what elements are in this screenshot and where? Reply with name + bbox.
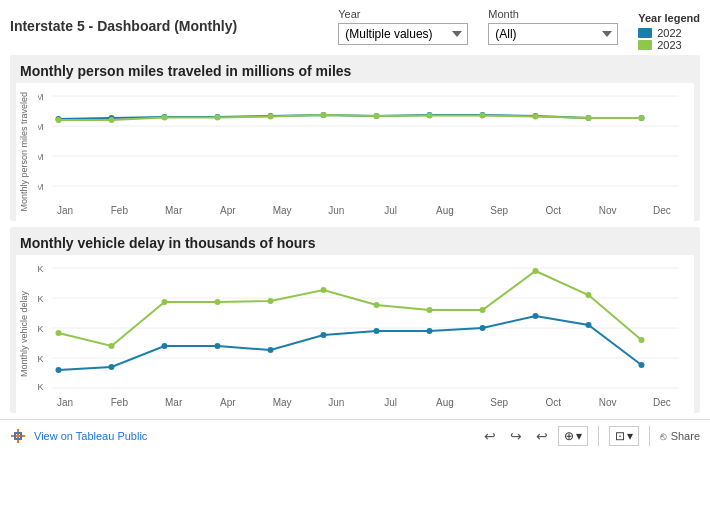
svg-text:0K: 0K xyxy=(38,382,44,392)
month-filter: Month (All) xyxy=(488,8,618,45)
dot xyxy=(639,337,645,343)
legend-title: Year legend xyxy=(638,12,700,24)
x-label: Oct xyxy=(526,205,580,216)
chart1-svg: 300M 200M 100M 0M xyxy=(38,88,689,203)
embed-dropdown[interactable]: ⊡ ▾ xyxy=(609,426,639,446)
view-tableau-link[interactable]: View on Tableau Public xyxy=(34,430,147,442)
back-button[interactable]: ↩ xyxy=(532,426,552,446)
dashboard-title: Interstate 5 - Dashboard (Monthly) xyxy=(10,8,318,34)
chart2-svg: 80K 60K 40K 20K 0K xyxy=(38,260,689,395)
dot xyxy=(321,332,327,338)
x-label: Dec xyxy=(635,205,689,216)
dot xyxy=(56,330,62,336)
filter-group: Year (Multiple values) Month (All) xyxy=(338,8,618,45)
legend-item-2023: 2023 xyxy=(638,39,681,51)
dot xyxy=(321,287,327,293)
x-label: Jun xyxy=(309,205,363,216)
svg-text:100M: 100M xyxy=(38,152,44,162)
share-button[interactable]: ⎋ Share xyxy=(660,430,700,442)
separator2 xyxy=(649,426,650,446)
legend-label-2022: 2022 xyxy=(657,27,681,39)
dot xyxy=(427,113,433,119)
year-filter: Year (Multiple values) xyxy=(338,8,468,45)
year-label: Year xyxy=(338,8,468,20)
x-label: Jan xyxy=(38,205,92,216)
zoom-icon: ⊕ xyxy=(564,429,574,443)
legend-area: Year legend 2022 2023 xyxy=(638,8,700,51)
x-label: Aug xyxy=(418,205,472,216)
dot xyxy=(374,302,380,308)
dot xyxy=(215,343,221,349)
dot xyxy=(162,343,168,349)
bottom-controls: ↩ ↪ ↩ ⊕ ▾ ⊡ ▾ ⎋ Share xyxy=(480,426,700,446)
year-select[interactable]: (Multiple values) xyxy=(338,23,468,45)
embed-arrow: ▾ xyxy=(627,429,633,443)
svg-text:20K: 20K xyxy=(38,354,44,364)
x-label: Apr xyxy=(201,205,255,216)
dot xyxy=(109,343,115,349)
dot xyxy=(533,268,539,274)
chart2-line-2023 xyxy=(59,271,642,346)
x-label: Nov xyxy=(581,397,635,408)
svg-text:300M: 300M xyxy=(38,92,44,102)
charts-area: Monthly person miles traveled in million… xyxy=(0,55,710,413)
x-label: Oct xyxy=(526,397,580,408)
dot xyxy=(533,313,539,319)
dot xyxy=(480,307,486,313)
dot xyxy=(427,307,433,313)
dot xyxy=(480,325,486,331)
x-label: Sep xyxy=(472,397,526,408)
x-label: May xyxy=(255,205,309,216)
svg-rect-22 xyxy=(14,432,22,434)
svg-rect-23 xyxy=(14,438,22,440)
dot xyxy=(215,115,221,121)
x-label: Apr xyxy=(201,397,255,408)
dot xyxy=(268,298,274,304)
legend-item-2022: 2022 xyxy=(638,27,681,39)
zoom-arrow: ▾ xyxy=(576,429,582,443)
chart2-container: Monthly vehicle delay 80K 60K 40K 20K 0K xyxy=(16,255,694,413)
chart2-x-labels: Jan Feb Mar Apr May Jun Jul Aug Sep Oct … xyxy=(38,395,689,408)
dot xyxy=(268,347,274,353)
x-label: Jun xyxy=(309,397,363,408)
x-label: Dec xyxy=(635,397,689,408)
legend-label-2023: 2023 xyxy=(657,39,681,51)
chart1-inner: 300M 200M 100M 0M xyxy=(38,88,689,216)
dot xyxy=(321,112,327,118)
svg-text:0M: 0M xyxy=(38,182,44,192)
dot xyxy=(56,117,62,123)
chart1-wrapper: Monthly person miles traveled 300M 200M … xyxy=(16,88,689,216)
legend-color-2022 xyxy=(638,28,652,38)
dot xyxy=(586,292,592,298)
undo-button[interactable]: ↩ xyxy=(480,426,500,446)
dot xyxy=(56,367,62,373)
x-label: Sep xyxy=(472,205,526,216)
chart2-wrapper: Monthly vehicle delay 80K 60K 40K 20K 0K xyxy=(16,260,689,408)
redo-button[interactable]: ↪ xyxy=(506,426,526,446)
month-label: Month xyxy=(488,8,618,20)
dot xyxy=(162,299,168,305)
dot xyxy=(109,117,115,123)
month-select[interactable]: (All) xyxy=(488,23,618,45)
chart2-y-label: Monthly vehicle delay xyxy=(16,291,38,377)
x-label: Nov xyxy=(581,205,635,216)
embed-icon: ⊡ xyxy=(615,429,625,443)
zoom-dropdown[interactable]: ⊕ ▾ xyxy=(558,426,588,446)
x-label: Jan xyxy=(38,397,92,408)
chart2-title: Monthly vehicle delay in thousands of ho… xyxy=(10,227,700,255)
x-label: May xyxy=(255,397,309,408)
x-label: Feb xyxy=(92,205,146,216)
x-label: Aug xyxy=(418,397,472,408)
share-icon: ⎋ xyxy=(660,430,667,442)
bottom-bar: View on Tableau Public ↩ ↪ ↩ ⊕ ▾ ⊡ ▾ ⎋ S… xyxy=(0,419,710,452)
dot xyxy=(639,115,645,121)
svg-text:80K: 80K xyxy=(38,264,44,274)
chart1-y-label: Monthly person miles traveled xyxy=(16,92,38,212)
x-label: Mar xyxy=(147,205,201,216)
dot xyxy=(215,299,221,305)
svg-text:200M: 200M xyxy=(38,122,44,132)
x-label: Jul xyxy=(364,397,418,408)
dot xyxy=(374,328,380,334)
svg-text:40K: 40K xyxy=(38,324,44,334)
dot xyxy=(162,115,168,121)
